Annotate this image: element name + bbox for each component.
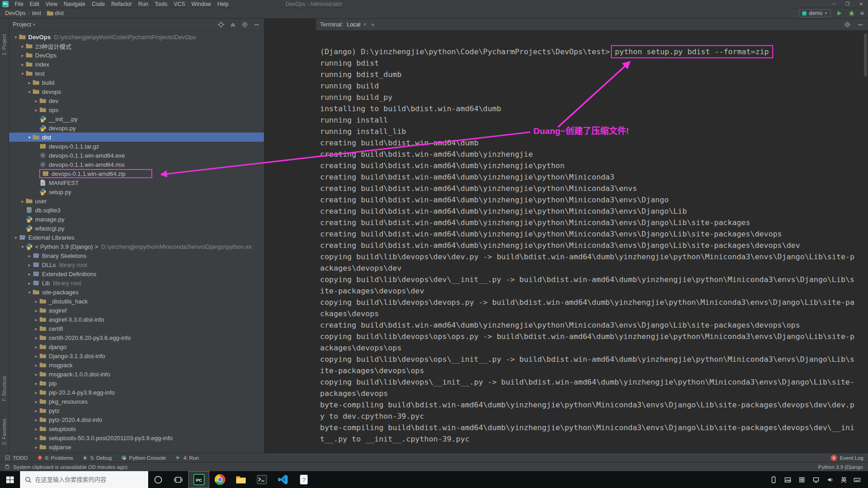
tool-window-button-python-console[interactable]: Python Console [121,455,166,461]
new-terminal-icon[interactable]: + [370,21,375,28]
tool-window-button-4-run[interactable]: 4: Run [175,455,199,461]
breadcrumb-item-devops[interactable]: DevOps [4,10,26,16]
tree-row[interactable]: ▾External Libraries [9,233,264,242]
hide-panel-icon[interactable] [857,21,864,28]
tree-row[interactable]: ▸setuptools [9,424,264,433]
hide-panel-icon[interactable] [253,21,260,28]
project-panel-title[interactable]: Project [13,21,31,28]
tree-row[interactable]: ▾< Python 3.9 (Django) >D:\yinzhengjie\p… [9,242,264,251]
tree-row[interactable]: ▸user [9,196,264,205]
tree-row[interactable]: ▸sqlparse [9,442,264,452]
vscode-app-button[interactable] [272,471,293,488]
search-input[interactable] [35,476,140,483]
tree-row[interactable]: devops-0.1.1.win-amd64.exe [9,151,264,160]
tree-row[interactable]: MANIFEST [9,178,264,187]
taskbar-search[interactable] [20,471,148,488]
explorer-app-button[interactable] [230,471,251,488]
tree-row[interactable]: ▸Django-3.1.3.dist-info [9,351,264,360]
tree-row[interactable]: ▸dev [9,96,264,105]
maximize-button[interactable]: ❐ [841,0,854,8]
tree-row[interactable]: ▸pip [9,379,264,388]
tree-row[interactable]: ▸ops [9,105,264,114]
menu-help[interactable]: Help [214,0,232,8]
collapse-all-icon[interactable] [229,21,237,28]
terminal-tab-local[interactable]: Local × [347,21,367,28]
cortana-button[interactable] [148,471,168,488]
minimize-button[interactable]: ─ [827,0,841,8]
run-button[interactable] [836,10,843,17]
menu-view[interactable]: View [42,0,61,8]
locate-file-icon[interactable] [217,21,225,28]
menu-window[interactable]: Window [188,0,214,8]
tree-row-selected[interactable]: ▾dist [9,133,264,142]
close-tab-icon[interactable]: × [363,21,367,28]
tree-row[interactable]: devops-0.1.1.tar.gz [9,142,264,151]
docq-app-button[interactable]: ? [293,471,314,488]
tree-row[interactable]: manage.py [9,215,264,224]
menu-tools[interactable]: Tools [151,0,170,8]
event-log-button[interactable]: 6 Event Log [831,455,863,461]
language-indicator[interactable]: 英 [841,475,847,484]
pycharm-app-button[interactable]: PC [188,471,209,488]
menu-vcs[interactable]: VCS [170,0,188,8]
tree-row[interactable]: ▸certifi-2020.6.20-py3.6.egg-info [9,333,264,342]
menu-edit[interactable]: Edit [26,0,42,8]
image-tray-icon[interactable] [784,476,791,483]
network-tray-icon[interactable] [812,476,820,483]
tree-row[interactable]: ▸pytz-2020.4.dist-info [9,415,264,424]
tree-row[interactable]: ▸pytz [9,406,264,415]
tree-row[interactable]: setup.py [9,187,264,196]
tree-row[interactable]: ▸Liblibrary root [9,278,264,288]
terminal-scrollbar[interactable] [864,33,867,77]
run-config-selector[interactable]: demo ▾ [799,9,831,17]
tool-button-project[interactable]: 1: Project [1,34,7,55]
grid-tray-icon[interactable] [798,476,806,483]
gear-icon[interactable] [241,21,248,28]
breadcrumb-item-test[interactable]: test [31,10,42,16]
phone-tray-icon[interactable] [770,476,777,483]
tool-window-button-5-debug[interactable]: 5: Debug [82,455,112,461]
interpreter-indicator[interactable]: Python 3.9 (Django [818,464,864,470]
tool-window-button-6-problems[interactable]: 6: Problems [37,455,73,461]
tool-button-favorites[interactable]: 2: Favorites [1,419,7,445]
tree-row[interactable]: ▾DevOpsD:\yinzhengjie\python\Code\Pychar… [9,32,264,41]
start-button[interactable] [0,471,20,488]
tree-row[interactable]: devops-0.1.1.win-amd64.msi [9,160,264,169]
tree-row[interactable]: ▸django [9,342,264,351]
tree-row[interactable]: ▸_distutils_hack [9,297,264,306]
close-button[interactable]: ✕ [854,0,868,8]
tree-row[interactable]: ▾devops [9,87,264,96]
breadcrumb-item-dist[interactable]: dist [54,10,64,16]
terminal-output[interactable]: (Django) D:\yinzhengjie\python\Code\Pych… [316,31,868,453]
tool-button-structure[interactable]: 7: Structure [1,376,7,402]
volume-tray-icon[interactable] [827,476,834,483]
tree-row[interactable]: devops.py [9,123,264,133]
tree-row[interactable]: ▸DevOps [9,51,264,60]
tree-row[interactable]: __init__.py [9,114,264,123]
tree-row[interactable]: ▸DLLslibrary root [9,260,264,269]
tree-row[interactable]: ▸Extended Definitions [9,269,264,278]
tool-window-button-todo[interactable]: TODO [5,455,28,461]
tree-row[interactable]: devops-0.1.1.win-amd64.zip [9,169,264,178]
tree-row[interactable]: ▸msgpack [9,360,264,370]
tree-row[interactable]: ▸msgpack-1.0.0.dist-info [9,370,264,379]
menu-code[interactable]: Code [88,0,108,8]
tree-row[interactable]: ▸pip-20.2.4-py3.9.egg-info [9,388,264,397]
menu-run[interactable]: Run [135,0,151,8]
gear-icon[interactable] [844,21,851,28]
tree-row[interactable]: db.sqlite3 [9,205,264,215]
tree-row[interactable]: ▸asgiref [9,306,264,315]
menu-refactor[interactable]: Refactor [108,0,135,8]
tree-row[interactable]: ▾test [9,69,264,78]
tree-row[interactable]: ▸pkg_resources [9,397,264,406]
debug-button[interactable] [848,10,855,17]
tree-row[interactable]: ▸index [9,60,264,69]
tree-row[interactable]: ▸setuptools-50.3.0.post20201103-py3.9.eg… [9,433,264,442]
tree-row[interactable]: ▸build [9,78,264,87]
cmd-app-button[interactable] [251,471,272,488]
tree-row[interactable]: ▸23种设计模式 [9,41,264,51]
chrome-app-button[interactable] [209,471,230,488]
hamburger-menu-icon[interactable]: ≡ [860,10,864,17]
tree-row[interactable]: ▸asgiref-3.3.0.dist-info [9,315,264,324]
tree-row[interactable]: ▸Binary Skeletons [9,251,264,260]
